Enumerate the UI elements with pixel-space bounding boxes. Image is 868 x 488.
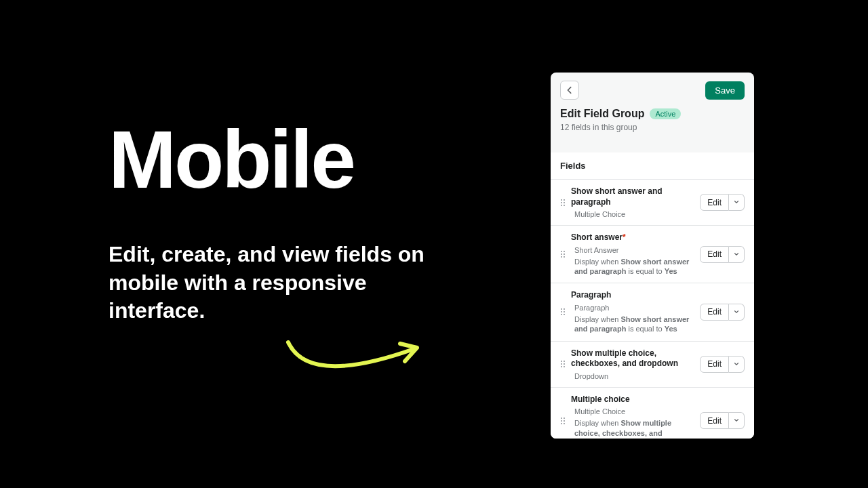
field-row: Show multiple choice, checkboxes, and dr… <box>551 342 754 388</box>
field-type: Multiple Choice <box>571 407 694 415</box>
svg-point-33 <box>564 363 565 365</box>
drag-handle-icon[interactable] <box>560 250 566 258</box>
svg-point-2 <box>561 202 562 203</box>
svg-point-31 <box>564 361 565 362</box>
field-content: Short answer*Short AnswerDisplay when Sh… <box>571 232 694 276</box>
svg-point-1 <box>564 199 565 201</box>
field-condition: Display when Show short answer and parag… <box>571 257 694 277</box>
drag-handle-icon[interactable] <box>560 199 566 207</box>
field-row: Multiple choiceMultiple ChoiceDisplay wh… <box>551 388 754 439</box>
field-type: Multiple Choice <box>571 210 694 218</box>
svg-point-23 <box>561 314 562 315</box>
edit-button[interactable]: Edit <box>700 246 729 263</box>
svg-point-34 <box>561 366 562 367</box>
svg-point-41 <box>564 423 565 424</box>
edit-button[interactable]: Edit <box>700 304 729 321</box>
page-subtitle: 12 fields in this group <box>560 123 745 132</box>
field-type: Short Answer <box>571 246 694 254</box>
svg-point-0 <box>561 199 562 201</box>
fields-list: Show short answer and paragraphMultiple … <box>551 180 754 439</box>
status-badge: Active <box>650 108 681 119</box>
svg-point-21 <box>561 311 562 312</box>
field-title: Paragraph <box>571 290 694 301</box>
mobile-preview-frame: Save Edit Field Group Active 12 fields i… <box>551 73 754 439</box>
field-content: ParagraphParagraphDisplay when Show shor… <box>571 290 694 333</box>
field-actions: Edit <box>700 412 745 429</box>
fields-section: Fields Show short answer and paragraphMu… <box>551 152 754 439</box>
svg-point-39 <box>564 420 565 422</box>
more-actions-button[interactable] <box>729 412 745 429</box>
more-actions-button[interactable] <box>729 194 745 211</box>
drag-handle-icon[interactable] <box>560 360 566 368</box>
svg-point-19 <box>561 308 562 310</box>
field-title: Multiple choice <box>571 394 694 405</box>
svg-point-17 <box>564 256 565 258</box>
page-title: Edit Field Group <box>560 108 644 120</box>
svg-point-36 <box>561 418 562 419</box>
field-actions: Edit <box>700 194 745 211</box>
chevron-down-icon <box>733 415 740 426</box>
field-row: Show short answer and paragraphMultiple … <box>551 180 754 226</box>
edit-button[interactable]: Edit <box>700 356 729 373</box>
drag-handle-icon[interactable] <box>560 417 566 425</box>
field-content: Multiple choiceMultiple ChoiceDisplay wh… <box>571 394 694 439</box>
svg-point-14 <box>561 253 562 255</box>
chevron-down-icon <box>733 249 740 260</box>
svg-point-3 <box>564 202 565 203</box>
svg-point-13 <box>564 251 565 252</box>
hero-subtitle: Edit, create, and view fields on mobile … <box>108 241 461 325</box>
svg-point-20 <box>564 308 565 310</box>
section-header: Fields <box>551 152 754 180</box>
field-type: Dropdown <box>571 372 694 380</box>
svg-point-30 <box>561 361 562 362</box>
chevron-down-icon <box>733 359 740 369</box>
more-actions-button[interactable] <box>729 304 745 321</box>
edit-button[interactable]: Edit <box>700 412 729 429</box>
svg-point-40 <box>561 423 562 424</box>
svg-point-37 <box>564 418 565 419</box>
field-title: Show short answer and paragraph <box>571 186 694 207</box>
svg-point-5 <box>564 205 565 206</box>
field-title: Short answer* <box>571 232 694 243</box>
svg-point-4 <box>561 205 562 206</box>
hero-title: Mobile <box>108 119 461 200</box>
arrow-left-icon <box>565 85 574 95</box>
drag-handle-icon[interactable] <box>560 308 566 316</box>
field-type: Paragraph <box>571 304 694 312</box>
svg-point-12 <box>561 251 562 252</box>
field-actions: Edit <box>700 356 745 373</box>
svg-point-35 <box>564 366 565 367</box>
svg-point-32 <box>561 363 562 365</box>
title-block: Edit Field Group Active 12 fields in thi… <box>551 108 754 140</box>
chevron-down-icon <box>733 307 740 317</box>
field-condition: Display when Show multiple choice, check… <box>571 418 694 439</box>
field-condition: Display when Show short answer and parag… <box>571 314 694 334</box>
more-actions-button[interactable] <box>729 356 745 373</box>
edit-button[interactable]: Edit <box>700 194 729 211</box>
field-actions: Edit <box>700 304 745 321</box>
save-button[interactable]: Save <box>705 81 745 100</box>
svg-point-16 <box>561 256 562 258</box>
chevron-down-icon <box>733 197 740 207</box>
field-title: Show multiple choice, checkboxes, and dr… <box>571 348 694 369</box>
field-content: Show multiple choice, checkboxes, and dr… <box>571 348 694 380</box>
arrow-icon <box>281 336 424 390</box>
svg-point-38 <box>561 420 562 422</box>
field-row: Short answer*Short AnswerDisplay when Sh… <box>551 226 754 283</box>
field-row: ParagraphParagraphDisplay when Show shor… <box>551 283 754 341</box>
field-content: Show short answer and paragraphMultiple … <box>571 186 694 218</box>
svg-point-22 <box>564 311 565 312</box>
frame-header: Save <box>551 73 754 108</box>
field-actions: Edit <box>700 246 745 263</box>
more-actions-button[interactable] <box>729 246 745 263</box>
svg-point-24 <box>564 314 565 315</box>
svg-point-15 <box>564 253 565 255</box>
back-button[interactable] <box>560 81 579 100</box>
